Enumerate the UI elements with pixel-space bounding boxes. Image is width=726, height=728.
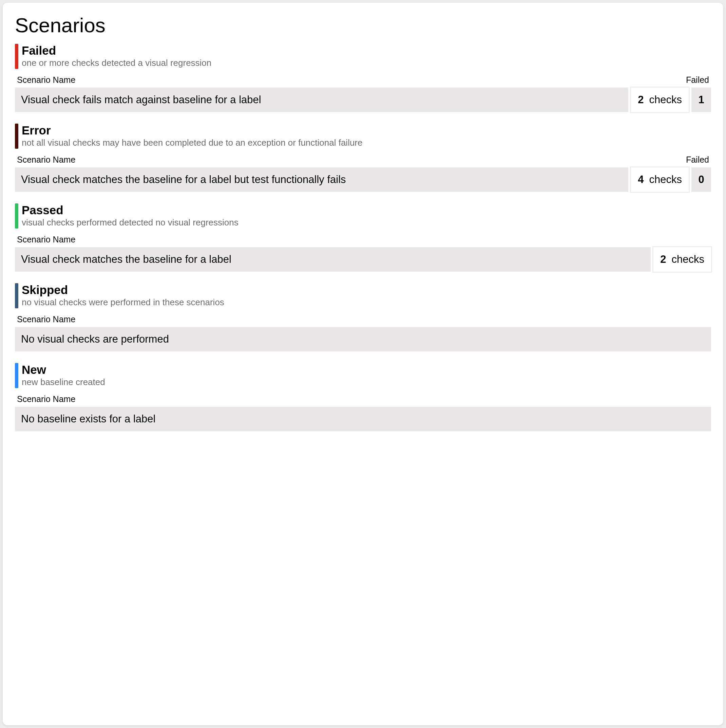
failed-badge: 1	[691, 87, 711, 112]
status-bar-new	[15, 363, 18, 388]
failed-badge: 0	[691, 167, 711, 192]
group-heading-block: Errornot all visual checks may have been…	[22, 124, 363, 149]
status-bar-failed	[15, 44, 18, 69]
checks-label: checks	[649, 173, 682, 186]
group-header-passed: Passedvisual checks performed detected n…	[15, 203, 711, 228]
scenario-row[interactable]: Visual check fails match against baselin…	[15, 87, 711, 112]
group-passed: Passedvisual checks performed detected n…	[15, 203, 711, 272]
list-header: Scenario NameFailed	[15, 75, 711, 87]
group-heading: New	[22, 363, 105, 376]
group-subtext: visual checks performed detected no visu…	[22, 217, 238, 228]
column-header-failed: Failed	[686, 155, 709, 165]
page-title: Scenarios	[15, 14, 711, 37]
scenario-name[interactable]: Visual check fails match against baselin…	[15, 87, 628, 112]
checks-badge: 2checks	[653, 247, 711, 272]
checks-label: checks	[649, 94, 682, 106]
checks-count: 4	[638, 173, 644, 186]
status-bar-error	[15, 124, 18, 149]
status-bar-passed	[15, 203, 18, 228]
scenario-name[interactable]: Visual check matches the baseline for a …	[15, 247, 651, 272]
group-error: Errornot all visual checks may have been…	[15, 124, 711, 192]
group-header-failed: Failedone or more checks detected a visu…	[15, 44, 711, 69]
group-heading-block: Failedone or more checks detected a visu…	[22, 44, 211, 69]
group-heading: Error	[22, 124, 363, 137]
scenario-row[interactable]: Visual check matches the baseline for a …	[15, 247, 711, 272]
column-header-name: Scenario Name	[17, 394, 75, 404]
checks-label: checks	[672, 253, 704, 266]
group-heading-block: Newnew baseline created	[22, 363, 105, 388]
group-heading: Passed	[22, 203, 238, 217]
scenario-row[interactable]: Visual check matches the baseline for a …	[15, 167, 711, 192]
scenarios-panel: Scenarios Failedone or more checks detec…	[3, 3, 723, 725]
column-header-name: Scenario Name	[17, 75, 75, 85]
list-header: Scenario NameFailed	[15, 155, 711, 167]
failed-count: 0	[698, 173, 704, 186]
group-subtext: one or more checks detected a visual reg…	[22, 57, 211, 69]
scenario-name[interactable]: No visual checks are performed	[15, 327, 711, 352]
column-header-name: Scenario Name	[17, 235, 75, 245]
list-header: Scenario Name	[15, 394, 711, 407]
column-header-name: Scenario Name	[17, 314, 75, 324]
group-header-skipped: Skippedno visual checks were performed i…	[15, 283, 711, 308]
group-skipped: Skippedno visual checks were performed i…	[15, 283, 711, 352]
group-heading-block: Skippedno visual checks were performed i…	[22, 283, 224, 308]
status-bar-skipped	[15, 283, 18, 308]
list-header: Scenario Name	[15, 235, 711, 247]
groups-container: Failedone or more checks detected a visu…	[15, 44, 711, 431]
group-heading: Failed	[22, 44, 211, 57]
group-heading-block: Passedvisual checks performed detected n…	[22, 203, 238, 228]
checks-badge: 4checks	[631, 167, 689, 192]
checks-badge: 2checks	[631, 87, 689, 112]
column-header-name: Scenario Name	[17, 155, 75, 165]
group-heading: Skipped	[22, 283, 224, 297]
group-subtext: not all visual checks may have been comp…	[22, 137, 363, 149]
group-new: Newnew baseline createdScenario NameNo b…	[15, 363, 711, 431]
scenario-name[interactable]: Visual check matches the baseline for a …	[15, 167, 628, 192]
scenario-row[interactable]: No visual checks are performed	[15, 327, 711, 352]
checks-count: 2	[638, 94, 644, 106]
list-header: Scenario Name	[15, 314, 711, 327]
group-failed: Failedone or more checks detected a visu…	[15, 44, 711, 112]
column-header-failed: Failed	[686, 75, 709, 85]
group-subtext: no visual checks were performed in these…	[22, 297, 224, 308]
checks-count: 2	[660, 253, 666, 266]
group-subtext: new baseline created	[22, 376, 105, 388]
scenario-name[interactable]: No baseline exists for a label	[15, 407, 711, 431]
group-header-new: Newnew baseline created	[15, 363, 711, 388]
group-header-error: Errornot all visual checks may have been…	[15, 124, 711, 149]
scenario-row[interactable]: No baseline exists for a label	[15, 407, 711, 431]
failed-count: 1	[698, 94, 704, 106]
